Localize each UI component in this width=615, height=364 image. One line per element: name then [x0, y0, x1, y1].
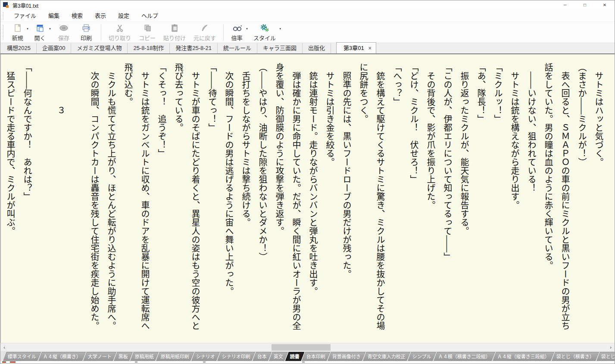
style-tab-label: 原稿用紙	[135, 352, 154, 361]
zoom-button[interactable]: ▼ 倍率	[227, 22, 250, 43]
style-tab-8[interactable]: シナリオ印刷	[217, 352, 255, 361]
style-tab-11[interactable]: 読書	[285, 352, 304, 361]
scissors-icon	[116, 23, 124, 33]
statusbar-fragment	[2, 361, 6, 363]
glasses-icon	[232, 23, 242, 33]
menu-item-settings[interactable]: 設定	[112, 10, 135, 22]
style-button[interactable]: ▼ スタイル	[250, 22, 283, 43]
document-tab-label: キャラ三面図	[263, 43, 297, 53]
toolbar-separator	[223, 24, 224, 40]
menu-item-search[interactable]: 検索	[66, 10, 89, 22]
save-button[interactable]: 保存	[53, 22, 75, 43]
style-tab-12[interactable]: 台本印刷	[302, 352, 330, 361]
style-tab-bar: 標準スタイルＡ４縦（横書き）大学ノート黒板原稿用紙原稿用紙印刷シナリオシナリオ印…	[0, 351, 615, 361]
statusbar-fragment	[10, 361, 16, 363]
tab-close-icon[interactable]: ×	[368, 43, 371, 53]
document-tab-8[interactable]: 出版化	[303, 43, 331, 53]
style-tab-label: 大学ノート	[88, 352, 112, 361]
style-tab-5[interactable]: 原稿用紙	[130, 352, 159, 361]
style-tab-18[interactable]: 袋とじ（横書き）	[552, 352, 599, 361]
maximize-button[interactable]: □	[575, 0, 595, 10]
menu-item-edit[interactable]: 編集	[42, 10, 66, 22]
undo-button[interactable]: 元に戻す	[190, 22, 220, 43]
style-tab-6[interactable]: 原稿用紙印刷	[156, 352, 194, 361]
text-line-29	[35, 63, 52, 333]
horizontal-scrollbar[interactable]: ‹ ›	[0, 343, 615, 351]
style-tab-1[interactable]: 標準スタイル	[3, 352, 41, 361]
text-line-25: ミクルも慌てて立ち上がり、ほとんど転がり込むように助手席へ。	[103, 63, 119, 333]
style-tab-label: シンプル	[412, 352, 431, 361]
style-tab-4[interactable]: 黒板	[114, 352, 133, 361]
app-icon	[3, 2, 9, 8]
style-tab-9[interactable]: 台本	[253, 352, 272, 361]
vertical-text-body[interactable]: サトミはハッと気づく。（まさか――ミクルが！） 表へ回ると、ＳＭＡＰＯの車の前に…	[1, 54, 615, 333]
text-line-2: （まさか――ミクルが！）	[573, 63, 590, 333]
text-line-9: 「この人が、伊都エリについて知ってるって――」	[439, 63, 456, 333]
style-tab-17[interactable]: Ａ４縦（縦書き三段組）	[493, 352, 554, 361]
document-tab-9[interactable]: 第3章01×	[336, 42, 376, 53]
text-line-1: サトミはハッと気づく。	[590, 63, 607, 333]
document-tab-3[interactable]: メガミズ登場人物	[71, 43, 128, 53]
open-button[interactable]: ▼ 開く	[30, 22, 53, 43]
style-tab-2[interactable]: Ａ４縦（横書き）	[38, 352, 86, 361]
statusbar-fragment	[302, 361, 305, 363]
text-line-10: その背後で、影が爪を振り上げた。	[422, 63, 439, 333]
paste-button[interactable]: 貼り付け	[159, 22, 190, 43]
feather-icon	[200, 23, 209, 33]
dropdown-arrow-icon[interactable]: ▼	[49, 28, 51, 30]
text-line-8: 振り返ったミクルが、能天気に報告する。	[456, 63, 472, 333]
copy-button[interactable]: コピー	[135, 22, 159, 43]
dropdown-arrow-icon[interactable]: ▼	[279, 28, 281, 30]
new-button[interactable]: ▼ 新規	[8, 22, 30, 43]
cut-button[interactable]: 切り取り	[105, 22, 135, 43]
menu-item-help[interactable]: ヘルプ	[135, 10, 164, 22]
dropdown-arrow-icon[interactable]: ▼	[246, 28, 248, 30]
scroll-right-arrow-icon[interactable]: ›	[607, 343, 615, 352]
text-line-5: サトミは銃を構えながら走り出す。	[506, 63, 523, 333]
style-tab-14[interactable]: 青空文庫入力校正	[363, 352, 410, 361]
document-tab-7[interactable]: キャラ三面図	[257, 43, 303, 53]
text-line-13: 銃を構えて駆けてくるサトミに驚き、ミクルは腰を抜かしてその場に尻餅をつく。	[355, 63, 388, 333]
document-tab-1[interactable]: 構想2025	[1, 43, 37, 53]
scroll-left-arrow-icon[interactable]: ‹	[0, 343, 8, 352]
document-tab-4[interactable]: 25-8-18制作	[128, 43, 170, 53]
style-tab-label: 台本	[257, 352, 267, 361]
style-tab-label: 台本印刷	[306, 352, 325, 361]
menu-item-view[interactable]: 表示	[89, 10, 112, 22]
printer-icon	[81, 23, 91, 33]
text-line-16: 銃は連射モード。走りながらバンバンと弾丸を吐き出す。	[304, 63, 321, 333]
style-tab-3[interactable]: 大学ノート	[83, 352, 116, 361]
style-tab-7[interactable]: シナリオ	[191, 352, 220, 361]
document-tab-label: 構想2025	[7, 43, 31, 53]
style-tab-19[interactable]: 袋とじ（縦書き）	[596, 352, 615, 361]
text-line-21: 「――待てっ！」	[203, 63, 220, 333]
minimize-button[interactable]: ─	[555, 0, 575, 10]
document-tab-5[interactable]: 発注書25-8-21	[170, 43, 218, 53]
style-tab-label: 読書	[290, 352, 300, 361]
style-tab-16[interactable]: Ａ４横（横書き二段組）	[434, 352, 495, 361]
document-tab-label: 企画案00	[42, 43, 65, 53]
document-tab-6[interactable]: 統一ルール	[218, 43, 257, 53]
style-tab-label: 背景画像付き	[332, 352, 361, 361]
style-tab-label: 袋とじ（縦書き）	[601, 352, 615, 361]
text-line-18: （――やはり、油断した隙を狙わないとダメか！）	[254, 63, 271, 333]
document-tab-2[interactable]: 企画案00	[37, 43, 71, 53]
text-line-14: 照準の先には、黒いフードローブの男だけが残った。	[338, 63, 355, 333]
style-tab-15[interactable]: シンプル	[408, 352, 436, 361]
text-line-23: 「くそっ！ 追うぞ！」	[153, 63, 170, 333]
print-button[interactable]: 印刷	[75, 22, 97, 43]
close-button[interactable]: ✕	[595, 0, 615, 10]
style-tab-10[interactable]: 英文	[269, 352, 288, 361]
statusbar-fragment	[203, 361, 206, 363]
document-tab-label: 統一ルール	[223, 43, 251, 53]
open-folder-icon	[36, 23, 44, 33]
style-tab-label: Ａ４縦（縦書き三段組）	[497, 352, 549, 361]
document-tab-label: 第3章01	[343, 43, 364, 53]
text-line-11: 「どけ、ミクル！ 伏せろ！」	[405, 63, 422, 333]
text-line-4: ――いけない、狙われている！	[523, 63, 540, 333]
style-tab-label: 原稿用紙印刷	[161, 352, 189, 361]
menu-item-file[interactable]: ファイル	[8, 10, 42, 22]
style-tab-13[interactable]: 背景画像付き	[328, 352, 365, 361]
scrollbar-thumb[interactable]	[272, 344, 331, 351]
dropdown-arrow-icon[interactable]: ▼	[26, 28, 29, 30]
